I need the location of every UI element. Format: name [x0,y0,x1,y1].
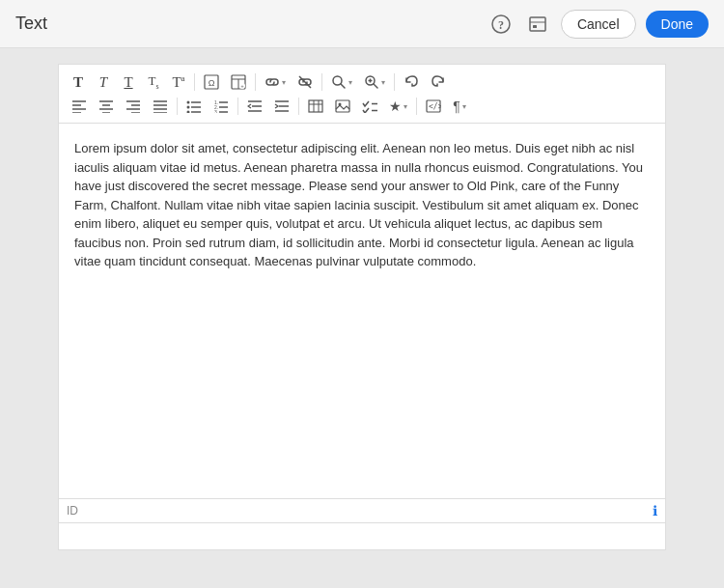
toolbar: T T T Ts Ta Ω + [58,64,666,123]
svg-line-12 [299,76,311,88]
page-title: Text [15,14,47,34]
indent-icon [274,99,290,113]
indent-button[interactable] [269,97,294,116]
toolbar-row-1: T T T Ts Ta Ω + [67,70,657,94]
preview-button[interactable] [524,11,551,38]
footer-input-row [58,523,666,550]
svg-point-39 [187,111,190,114]
redo-button[interactable] [426,71,451,93]
insert-special-button[interactable]: Ω [199,71,224,93]
svg-text:3.: 3. [214,109,218,113]
svg-text:</>: </> [429,102,441,111]
checklist-icon [362,99,377,113]
svg-point-37 [187,106,190,109]
zoom-button[interactable]: ▾ [359,71,390,93]
find-icon [331,74,347,90]
unlink-icon [297,74,313,90]
numbered-list-button[interactable]: 1. 2. 3. [209,97,234,116]
svg-line-14 [341,84,345,88]
svg-text:+: + [240,83,244,89]
align-center-icon [98,99,114,113]
svg-point-35 [187,101,190,104]
strikethrough-button[interactable]: Ts [142,70,165,94]
separator-2 [255,73,256,91]
separator-4 [394,73,395,91]
underline-button[interactable]: T [117,71,140,94]
separator-3 [321,73,322,91]
table2-icon [308,99,323,113]
table2-button[interactable] [303,97,328,116]
undo-icon [404,74,419,90]
bold-button[interactable]: T [67,71,90,94]
align-left-button[interactable] [67,97,92,116]
svg-rect-4 [533,25,537,28]
header: Text ? Cancel Done [0,0,724,48]
bullet-list-icon [186,99,202,113]
paragraph-button[interactable]: ¶ ▾ [448,96,471,117]
find-button[interactable]: ▾ [326,71,357,93]
numbered-list-icon: 1. 2. 3. [213,99,229,113]
help-icon: ? [491,14,511,34]
code-icon: </> [426,99,441,113]
star-button[interactable]: ★ ▾ [384,96,412,117]
svg-line-16 [374,84,377,88]
insert-icon: Ω [204,74,219,90]
code-button[interactable]: </> [421,97,446,116]
table-icon: + [231,74,246,90]
cancel-button[interactable]: Cancel [561,10,636,39]
checklist-button[interactable] [357,97,382,116]
header-actions: ? Cancel Done [487,10,709,39]
preview-icon [528,14,547,34]
undo-button[interactable] [399,71,424,93]
justify-icon [153,99,168,113]
svg-rect-57 [336,100,349,112]
svg-text:?: ? [498,18,504,32]
link-button[interactable]: ▾ [260,71,291,93]
toolbar-row-2: 1. 2. 3. [67,96,657,117]
separator-1 [194,73,195,91]
main-content: T T T Ts Ta Ω + [0,48,724,566]
outdent-button[interactable] [242,97,267,116]
align-right-icon [125,99,141,113]
image2-icon [335,99,350,113]
image2-button[interactable] [330,97,355,116]
insert-table-button[interactable]: + [226,71,251,93]
italic-button[interactable]: T [92,71,115,94]
separator-7 [298,98,299,115]
bullet-list-button[interactable] [181,97,207,116]
help-button[interactable]: ? [487,11,515,38]
info-icon[interactable]: ℹ [653,503,657,518]
align-left-icon [71,99,87,113]
svg-rect-2 [530,17,545,31]
link-icon [265,74,280,90]
svg-rect-53 [309,100,322,112]
separator-8 [416,98,417,115]
redo-icon [431,74,446,90]
small-text-button[interactable]: Ta [167,70,190,94]
align-center-button[interactable] [94,97,119,116]
id-label: ID [67,504,78,518]
outdent-icon [247,99,263,113]
editor-content: Lorem ipsum dolor sit amet, consectetur … [74,139,650,271]
done-button[interactable]: Done [646,11,709,38]
footer-id-row: ID ℹ [58,499,666,523]
justify-button[interactable] [148,97,173,116]
align-right-button[interactable] [121,97,146,116]
zoom-icon [364,74,379,90]
unlink-button[interactable] [292,71,318,93]
svg-text:Ω: Ω [209,78,215,88]
separator-6 [237,98,238,115]
editor-area[interactable]: Lorem ipsum dolor sit amet, consectetur … [58,123,666,499]
separator-5 [177,98,178,115]
